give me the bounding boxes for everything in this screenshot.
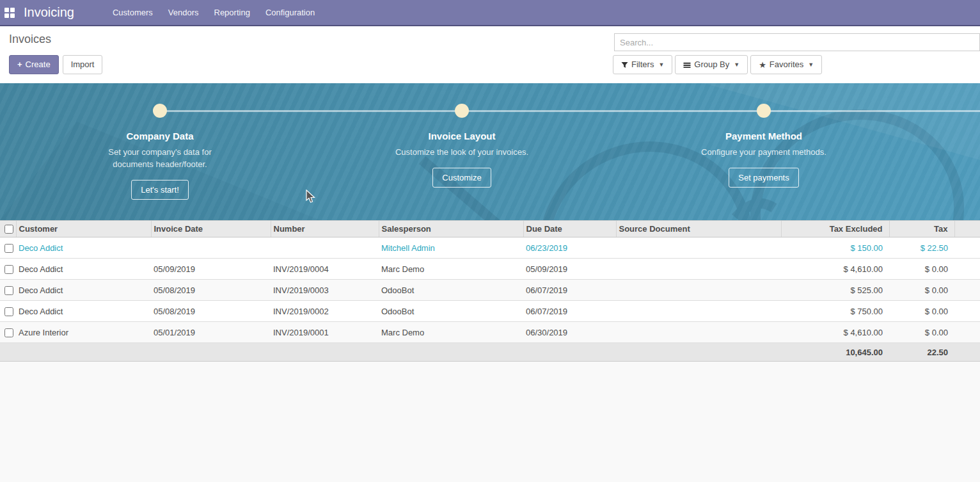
cell-customer[interactable]: Deco Addict — [16, 237, 151, 259]
control-panel: Invoices + Create Import Filters ▼ Group… — [0, 26, 980, 83]
search-input[interactable] — [614, 33, 980, 51]
cell-tax[interactable]: $ 0.00 — [889, 301, 954, 322]
cell-invoice-date[interactable]: 05/08/2019 — [151, 301, 271, 322]
column-header-due-date[interactable]: Due Date — [523, 221, 616, 237]
group-by-button[interactable]: Group By ▼ — [675, 55, 748, 74]
cell-due-date[interactable]: 06/07/2019 — [523, 280, 616, 301]
cell-due-date[interactable]: 06/30/2019 — [523, 322, 616, 343]
step-dot — [153, 104, 167, 118]
import-button[interactable]: Import — [63, 55, 103, 74]
apps-grid-square — [10, 13, 15, 18]
favorites-button[interactable]: ★ Favorites ▼ — [750, 55, 822, 74]
invoice-row[interactable]: Deco Addict05/08/2019INV/2019/0002OdooBo… — [0, 301, 980, 322]
step-title: Payment Method — [725, 131, 802, 141]
cell-salesperson[interactable]: OdooBot — [379, 280, 523, 301]
cell-customer[interactable]: Deco Addict — [16, 301, 151, 322]
cell-number[interactable]: INV/2019/0003 — [271, 280, 379, 301]
cell-invoice-date[interactable]: 05/09/2019 — [151, 259, 271, 280]
app-title[interactable]: Invoicing — [24, 5, 74, 20]
cell-customer[interactable]: Deco Addict — [16, 280, 151, 301]
row-checkbox[interactable] — [4, 244, 13, 253]
invoice-table: CustomerInvoice DateNumberSalespersonDue… — [0, 220, 980, 362]
row-checkbox[interactable] — [4, 328, 13, 337]
cell-invoice-date[interactable]: 05/01/2019 — [151, 322, 271, 343]
cell-tax-excluded[interactable]: $ 4,610.00 — [781, 322, 889, 343]
star-icon: ★ — [759, 61, 766, 68]
row-checkbox[interactable] — [4, 307, 13, 316]
invoice-row[interactable]: Deco Addict05/09/2019INV/2019/0004Marc D… — [0, 259, 980, 280]
row-checkbox[interactable] — [4, 286, 13, 295]
nav-item-reporting[interactable]: Reporting — [208, 0, 257, 25]
nav-item-vendors[interactable]: Vendors — [162, 0, 205, 25]
nav-item-customers[interactable]: Customers — [106, 0, 159, 25]
cell-tax-excluded[interactable]: $ 525.00 — [781, 280, 889, 301]
cell-salesperson[interactable]: OdooBot — [379, 301, 523, 322]
step-title: Invoice Layout — [428, 131, 495, 141]
cell-source-document[interactable] — [616, 259, 781, 280]
top-menu: CustomersVendorsReportingConfiguration — [106, 0, 321, 25]
cell-tax-excluded[interactable]: $ 750.00 — [781, 301, 889, 322]
cell-salesperson[interactable]: Mitchell Admin — [379, 237, 523, 259]
create-button[interactable]: + Create — [9, 55, 59, 74]
cell-salesperson[interactable]: Marc Demo — [379, 259, 523, 280]
chevron-down-icon: ▼ — [808, 60, 814, 70]
cell-number[interactable] — [271, 237, 379, 259]
select-all-checkbox[interactable] — [4, 225, 13, 234]
column-header-invoice-date[interactable]: Invoice Date — [151, 221, 271, 237]
step-action-button[interactable]: Customize — [432, 168, 491, 188]
invoice-row[interactable]: Deco AddictMitchell Admin06/23/2019$ 150… — [0, 237, 980, 259]
cell-tax[interactable]: $ 22.50 — [889, 237, 954, 259]
onboarding-step-3: Payment MethodConfigure your payment met… — [613, 83, 915, 200]
step-title: Company Data — [126, 131, 193, 141]
row-select-cell — [0, 259, 16, 280]
apps-grid-square — [10, 8, 15, 12]
cell-source-document[interactable] — [616, 322, 781, 343]
footer-empty-cell — [151, 343, 271, 362]
step-description: Customize the look of your invoices. — [395, 146, 528, 158]
cell-tax[interactable]: $ 0.00 — [889, 259, 954, 280]
invoice-row[interactable]: Azure Interior05/01/2019INV/2019/0001Mar… — [0, 322, 980, 343]
cell-trailing — [954, 237, 980, 259]
column-header-number[interactable]: Number — [271, 221, 379, 237]
row-select-cell — [0, 280, 16, 301]
cell-invoice-date[interactable] — [151, 237, 271, 259]
step-action-button[interactable]: Let's start! — [131, 180, 189, 200]
chevron-down-icon: ▼ — [734, 60, 739, 70]
nav-item-configuration[interactable]: Configuration — [259, 0, 321, 25]
table-header-row: CustomerInvoice DateNumberSalespersonDue… — [0, 221, 980, 237]
footer-empty-cell — [616, 343, 781, 362]
navbar: Invoicing CustomersVendorsReportingConfi… — [0, 0, 980, 26]
cell-salesperson[interactable]: Marc Demo — [379, 322, 523, 343]
apps-grid-icon[interactable] — [4, 8, 15, 18]
filters-button[interactable]: Filters ▼ — [613, 55, 672, 74]
cell-source-document[interactable] — [616, 237, 781, 259]
cell-source-document[interactable] — [616, 280, 781, 301]
cell-due-date[interactable]: 06/07/2019 — [523, 301, 616, 322]
step-action-button[interactable]: Set payments — [729, 168, 799, 188]
cell-trailing — [954, 280, 980, 301]
plus-icon: + — [17, 60, 22, 70]
cell-due-date[interactable]: 06/23/2019 — [523, 237, 616, 259]
column-header-source-document[interactable]: Source Document — [616, 221, 781, 237]
invoice-row[interactable]: Deco Addict05/08/2019INV/2019/0003OdooBo… — [0, 280, 980, 301]
row-checkbox[interactable] — [4, 265, 13, 274]
cell-number[interactable]: INV/2019/0002 — [271, 301, 379, 322]
row-select-cell — [0, 322, 16, 343]
cell-tax[interactable]: $ 0.00 — [889, 280, 954, 301]
row-select-cell — [0, 301, 16, 322]
column-header-tax[interactable]: Tax — [889, 221, 954, 237]
cell-source-document[interactable] — [616, 301, 781, 322]
cell-number[interactable]: INV/2019/0001 — [271, 322, 379, 343]
cell-tax-excluded[interactable]: $ 150.00 — [781, 237, 889, 259]
cell-number[interactable]: INV/2019/0004 — [271, 259, 379, 280]
cell-customer[interactable]: Azure Interior — [16, 322, 151, 343]
cell-due-date[interactable]: 05/09/2019 — [523, 259, 616, 280]
column-header-customer[interactable]: Customer — [16, 221, 151, 237]
column-header-salesperson[interactable]: Salesperson — [379, 221, 523, 237]
apps-grid-square — [4, 8, 9, 12]
cell-tax[interactable]: $ 0.00 — [889, 322, 954, 343]
cell-invoice-date[interactable]: 05/08/2019 — [151, 280, 271, 301]
column-header-tax-excluded[interactable]: Tax Excluded — [781, 221, 889, 237]
cell-customer[interactable]: Deco Addict — [16, 259, 151, 280]
cell-tax-excluded[interactable]: $ 4,610.00 — [781, 259, 889, 280]
